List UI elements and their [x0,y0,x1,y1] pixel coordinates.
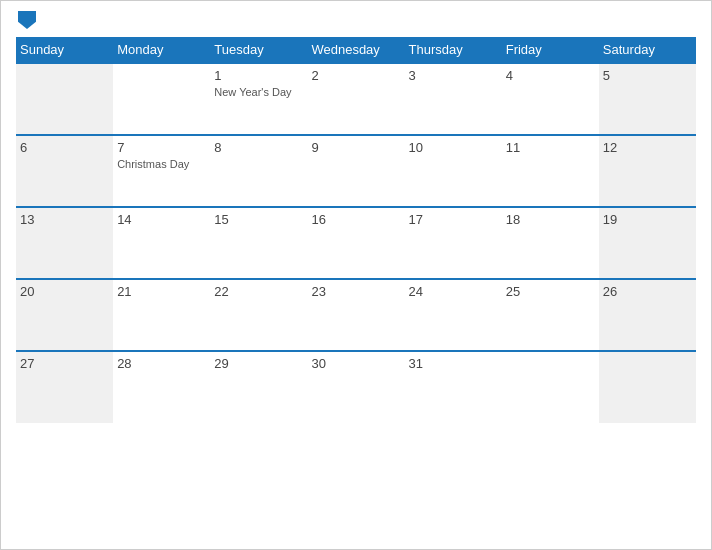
holiday-label: New Year's Day [214,85,303,99]
day-number: 17 [409,212,498,227]
calendar-cell: 1New Year's Day [210,63,307,135]
calendar-cell: 30 [307,351,404,423]
holiday-label: Christmas Day [117,157,206,171]
calendar-cell: 26 [599,279,696,351]
day-number: 19 [603,212,692,227]
day-number: 7 [117,140,206,155]
calendar-cell: 18 [502,207,599,279]
calendar-cell: 5 [599,63,696,135]
calendar-cell [599,351,696,423]
calendar-cell: 21 [113,279,210,351]
day-number: 6 [20,140,109,155]
day-number: 11 [506,140,595,155]
logo-icon [18,11,36,29]
calendar-cell: 9 [307,135,404,207]
week-row-1: 1New Year's Day2345 [16,63,696,135]
week-row-3: 13141516171819 [16,207,696,279]
week-row-4: 20212223242526 [16,279,696,351]
day-number: 22 [214,284,303,299]
day-number: 3 [409,68,498,83]
calendar-cell: 25 [502,279,599,351]
calendar-cell [502,351,599,423]
calendar-cell: 29 [210,351,307,423]
calendar-cell [16,63,113,135]
calendar-cell: 31 [405,351,502,423]
day-number: 1 [214,68,303,83]
day-number: 9 [311,140,400,155]
calendar-cell: 2 [307,63,404,135]
day-number: 27 [20,356,109,371]
calendar-cell: 27 [16,351,113,423]
day-number: 31 [409,356,498,371]
calendar-cell: 13 [16,207,113,279]
day-number: 21 [117,284,206,299]
weekday-tuesday: Tuesday [210,37,307,63]
day-number: 10 [409,140,498,155]
weekday-wednesday: Wednesday [307,37,404,63]
day-number: 2 [311,68,400,83]
calendar-cell: 15 [210,207,307,279]
calendar-header [16,11,696,29]
day-number: 12 [603,140,692,155]
day-number: 28 [117,356,206,371]
calendar-cell: 19 [599,207,696,279]
weekday-header-row: SundayMondayTuesdayWednesdayThursdayFrid… [16,37,696,63]
calendar-cell: 22 [210,279,307,351]
calendar-cell: 4 [502,63,599,135]
day-number: 29 [214,356,303,371]
day-number: 5 [603,68,692,83]
day-number: 20 [20,284,109,299]
calendar-cell: 20 [16,279,113,351]
day-number: 18 [506,212,595,227]
week-row-2: 67Christmas Day89101112 [16,135,696,207]
calendar-cell: 23 [307,279,404,351]
calendar-cell: 11 [502,135,599,207]
calendar-cell: 12 [599,135,696,207]
day-number: 4 [506,68,595,83]
weekday-sunday: Sunday [16,37,113,63]
calendar-container: SundayMondayTuesdayWednesdayThursdayFrid… [0,0,712,550]
weekday-saturday: Saturday [599,37,696,63]
day-number: 14 [117,212,206,227]
day-number: 8 [214,140,303,155]
week-row-5: 2728293031 [16,351,696,423]
day-number: 13 [20,212,109,227]
calendar-cell: 3 [405,63,502,135]
calendar-cell: 10 [405,135,502,207]
calendar-cell: 28 [113,351,210,423]
weekday-thursday: Thursday [405,37,502,63]
weekday-monday: Monday [113,37,210,63]
day-number: 25 [506,284,595,299]
calendar-cell: 14 [113,207,210,279]
day-number: 23 [311,284,400,299]
day-number: 16 [311,212,400,227]
calendar-cell [113,63,210,135]
day-number: 26 [603,284,692,299]
day-number: 24 [409,284,498,299]
weekday-friday: Friday [502,37,599,63]
day-number: 30 [311,356,400,371]
calendar-table: SundayMondayTuesdayWednesdayThursdayFrid… [16,37,696,423]
calendar-cell: 8 [210,135,307,207]
calendar-cell: 16 [307,207,404,279]
calendar-cell: 24 [405,279,502,351]
day-number: 15 [214,212,303,227]
calendar-cell: 6 [16,135,113,207]
logo [16,11,36,29]
calendar-cell: 7Christmas Day [113,135,210,207]
calendar-cell: 17 [405,207,502,279]
